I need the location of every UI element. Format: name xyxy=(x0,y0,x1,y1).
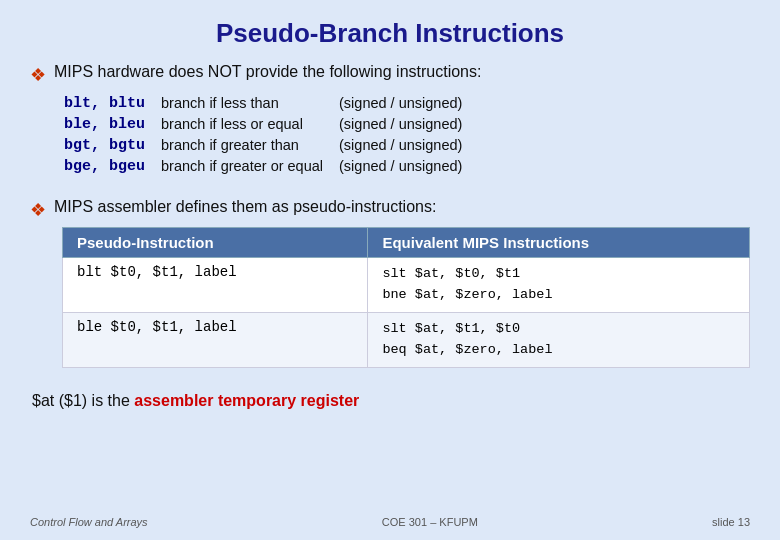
instr-code-2: bgt, bgtu xyxy=(64,136,159,155)
equiv-line1-0: slt $at, $t0, $t1 xyxy=(382,266,520,281)
instruction-row-0: blt, bltu branch if less than (signed / … xyxy=(64,94,476,113)
bullet2-section: ❖ MIPS assembler defines them as pseudo-… xyxy=(30,198,750,378)
bullet1-text: ❖ MIPS hardware does NOT provide the fol… xyxy=(30,63,750,86)
instr-signed-0: (signed / unsigned) xyxy=(339,94,476,113)
instr-desc-1: branch if less or equal xyxy=(161,115,337,134)
pseudo-row-0: blt $t0, $t1, label slt $at, $t0, $t1 bn… xyxy=(63,258,750,313)
assembler-note: $at ($1) is the assembler temporary regi… xyxy=(32,392,750,410)
bullet1-section: ❖ MIPS hardware does NOT provide the fol… xyxy=(30,63,750,188)
equiv-line1-1: slt $at, $t1, $t0 xyxy=(382,321,520,336)
pseudo-table-head: Pseudo-Instruction Equivalent MIPS Instr… xyxy=(63,228,750,258)
instr-signed-1: (signed / unsigned) xyxy=(339,115,476,134)
instructions-tbody: blt, bltu branch if less than (signed / … xyxy=(64,94,476,176)
slide: Pseudo-Branch Instructions ❖ MIPS hardwa… xyxy=(0,0,780,540)
equiv-line2-1: beq $at, $zero, label xyxy=(382,342,552,357)
instructions-table: blt, bltu branch if less than (signed / … xyxy=(62,92,478,178)
footer-center: COE 301 – KFUPM xyxy=(382,516,478,528)
instruction-row-2: bgt, bgtu branch if greater than (signed… xyxy=(64,136,476,155)
instr-desc-2: branch if greater than xyxy=(161,136,337,155)
footer-right: slide 13 xyxy=(712,516,750,528)
instr-code-3: bge, bgeu xyxy=(64,157,159,176)
slide-title: Pseudo-Branch Instructions xyxy=(30,18,750,49)
assembler-note-highlight: assembler temporary register xyxy=(134,392,359,409)
assembler-note-prefix: $at ($1) is the xyxy=(32,392,134,409)
instr-code-0: blt, bltu xyxy=(64,94,159,113)
pseudo-header-row: Pseudo-Instruction Equivalent MIPS Instr… xyxy=(63,228,750,258)
pseudo-table-body: blt $t0, $t1, label slt $at, $t0, $t1 bn… xyxy=(63,258,750,368)
equiv-instr-1: slt $at, $t1, $t0 beq $at, $zero, label xyxy=(368,312,750,367)
bullet-diamond-2: ❖ xyxy=(30,199,46,221)
equiv-line2-0: bne $at, $zero, label xyxy=(382,287,552,302)
pseudo-row-1: ble $t0, $t1, label slt $at, $t1, $t0 be… xyxy=(63,312,750,367)
bullet2-content: MIPS assembler defines them as pseudo-in… xyxy=(54,198,436,216)
instruction-row-3: bge, bgeu branch if greater or equal (si… xyxy=(64,157,476,176)
pseudo-instructions-table: Pseudo-Instruction Equivalent MIPS Instr… xyxy=(62,227,750,368)
bullet-diamond-1: ❖ xyxy=(30,64,46,86)
bullet1-content: MIPS hardware does NOT provide the follo… xyxy=(54,63,481,81)
footer: Control Flow and Arrays COE 301 – KFUPM … xyxy=(30,512,750,528)
pseudo-col-header: Pseudo-Instruction xyxy=(63,228,368,258)
equiv-instr-0: slt $at, $t0, $t1 bne $at, $zero, label xyxy=(368,258,750,313)
footer-left: Control Flow and Arrays xyxy=(30,516,148,528)
pseudo-instr-1: ble $t0, $t1, label xyxy=(63,312,368,367)
instruction-row-1: ble, bleu branch if less or equal (signe… xyxy=(64,115,476,134)
instr-signed-3: (signed / unsigned) xyxy=(339,157,476,176)
equiv-col-header: Equivalent MIPS Instructions xyxy=(368,228,750,258)
bullet2-text: ❖ MIPS assembler defines them as pseudo-… xyxy=(30,198,750,221)
instr-desc-3: branch if greater or equal xyxy=(161,157,337,176)
pseudo-instr-0: blt $t0, $t1, label xyxy=(63,258,368,313)
instr-desc-0: branch if less than xyxy=(161,94,337,113)
instr-code-1: ble, bleu xyxy=(64,115,159,134)
instr-signed-2: (signed / unsigned) xyxy=(339,136,476,155)
